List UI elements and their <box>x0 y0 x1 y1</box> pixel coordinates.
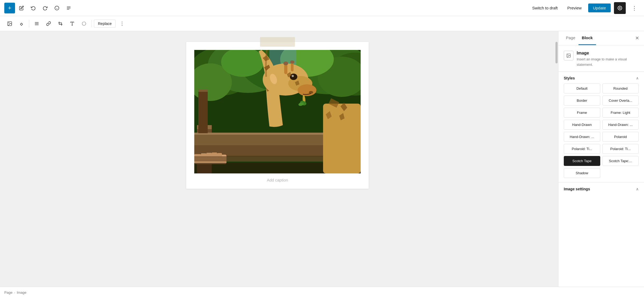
undo-icon <box>31 6 36 10</box>
image-block-icon <box>566 53 571 58</box>
svg-point-68 <box>568 54 568 55</box>
svg-point-43 <box>283 61 288 65</box>
block-info-section: Image Insert an image to make a visual s… <box>558 45 644 72</box>
redo-icon <box>43 6 47 10</box>
more-options-button[interactable]: ⋮ <box>629 3 640 13</box>
updown-icon <box>19 21 24 26</box>
giraffe-image <box>194 50 361 173</box>
pencil-icon <box>19 6 24 10</box>
editor-column: Add caption <box>0 31 558 287</box>
toolbar-separator-2 <box>92 20 92 27</box>
tab-block[interactable]: Block <box>579 31 596 45</box>
svg-point-15 <box>82 22 86 26</box>
info-button[interactable] <box>52 3 62 13</box>
toolbar-separator-1 <box>29 20 29 27</box>
link-button[interactable] <box>43 18 54 29</box>
text-icon <box>70 21 75 26</box>
info-icon <box>54 6 59 10</box>
block-type-description: Insert an image to make a visual stateme… <box>577 57 639 67</box>
breadcrumb-separator: › <box>14 291 15 295</box>
style-hand-drawn[interactable]: Hand-Drawn <box>564 120 600 130</box>
image-settings-expand-icon: ∧ <box>636 187 639 191</box>
style-polaroid-tilt-1[interactable]: Polaroid: Ti... <box>564 144 600 154</box>
styles-collapse-icon: ∧ <box>636 76 639 80</box>
list-view-button[interactable] <box>63 3 74 13</box>
svg-point-8 <box>9 22 9 23</box>
admin-bar-left: + <box>4 3 527 13</box>
style-frame[interactable]: Frame <box>564 108 600 118</box>
style-cover-overlay[interactable]: Cover Overla... <box>602 96 639 106</box>
style-border[interactable]: Border <box>564 96 600 106</box>
svg-point-45 <box>290 60 294 64</box>
sidebar-close-button[interactable]: ✕ <box>632 33 642 43</box>
styles-section-header[interactable]: Styles ∧ <box>558 72 644 83</box>
block-type-icon <box>564 51 573 60</box>
image-settings-title: Image settings <box>564 187 590 191</box>
styles-section: Styles ∧ Default Rounded Border Cover Ov… <box>558 72 644 182</box>
image-settings-section[interactable]: Image settings ∧ <box>558 182 644 195</box>
scrollbar-track[interactable] <box>555 31 558 287</box>
style-scotch-tape-2[interactable]: Scotch Tape:... <box>602 156 639 166</box>
image-icon <box>7 21 12 26</box>
update-button[interactable]: Update <box>588 3 611 12</box>
list-icon <box>66 6 71 10</box>
tab-page[interactable]: Page <box>563 31 579 45</box>
svg-rect-12 <box>59 23 62 24</box>
crop-icon <box>58 21 63 26</box>
block-info-text: Image Insert an image to make a visual s… <box>577 51 639 67</box>
switch-to-draft-button[interactable]: Switch to draft <box>529 3 561 12</box>
sidebar-tabs: Page Block ✕ <box>558 31 644 45</box>
style-default[interactable]: Default <box>564 83 600 93</box>
svg-point-41 <box>292 75 294 77</box>
move-updown-button[interactable] <box>16 18 27 29</box>
image-type-button[interactable] <box>4 18 15 29</box>
undo-button[interactable] <box>28 3 39 13</box>
gear-icon <box>617 6 622 10</box>
breadcrumb-image[interactable]: Image <box>17 290 26 295</box>
scrollbar-thumb[interactable] <box>555 42 558 63</box>
close-icon: ✕ <box>635 35 639 41</box>
plus-icon: + <box>8 5 12 12</box>
giraffe-svg <box>194 50 361 173</box>
styles-grid: Default Rounded Border Cover Overla... F… <box>558 83 644 182</box>
redo-button[interactable] <box>40 3 50 13</box>
link-icon <box>46 21 51 26</box>
block-more-button[interactable]: ⋮ <box>117 18 127 29</box>
block-toolbar: Replace ⋮ <box>0 16 644 31</box>
style-polaroid-tilt-2[interactable]: Polaroid: Ti... <box>602 144 639 154</box>
main-layout: Add caption Page Block ✕ Imag <box>0 31 644 287</box>
caption-placeholder: Add caption <box>267 178 288 182</box>
circle-dashed-icon <box>82 21 86 26</box>
breadcrumb-page[interactable]: Page <box>4 290 12 295</box>
style-shadow[interactable]: Shadow <box>564 168 600 178</box>
add-block-button[interactable]: + <box>4 3 15 13</box>
vertical-dots-icon: ⋮ <box>632 5 637 11</box>
style-scotch-tape[interactable]: Scotch Tape <box>564 156 600 166</box>
image-block[interactable]: Add caption <box>186 42 369 189</box>
svg-rect-60 <box>198 90 208 92</box>
style-frame-light[interactable]: Frame: Light <box>602 108 639 118</box>
sidebar-content: Image Insert an image to make a visual s… <box>558 45 644 287</box>
edit-button[interactable] <box>16 3 27 13</box>
align-button[interactable] <box>31 18 42 29</box>
styles-section-title: Styles <box>564 76 575 80</box>
style-hand-drawn-3[interactable]: Hand-Drawn: ... <box>564 132 600 142</box>
preview-button[interactable]: Preview <box>564 3 585 12</box>
replace-button[interactable]: Replace <box>94 20 116 28</box>
admin-bar-right: Switch to draft Preview Update ⋮ <box>529 2 640 14</box>
duotone-button[interactable] <box>79 18 89 29</box>
editor-area[interactable]: Add caption <box>0 31 555 287</box>
image-caption[interactable]: Add caption <box>194 173 361 183</box>
text-overlay-button[interactable] <box>67 18 78 29</box>
right-sidebar: Page Block ✕ Image Insert an image to ma… <box>558 31 644 287</box>
style-rounded[interactable]: Rounded <box>602 83 639 93</box>
crop-button[interactable] <box>55 18 66 29</box>
settings-button[interactable] <box>614 2 626 14</box>
breadcrumb: Page › Image <box>0 287 644 298</box>
align-icon <box>34 21 39 26</box>
scotch-tape-decoration <box>260 37 295 47</box>
svg-point-39 <box>309 91 313 94</box>
dots-vertical-icon: ⋮ <box>120 21 125 27</box>
style-hand-drawn-2[interactable]: Hand-Drawn: ... <box>602 120 639 130</box>
style-polaroid[interactable]: Polaroid <box>602 132 639 142</box>
